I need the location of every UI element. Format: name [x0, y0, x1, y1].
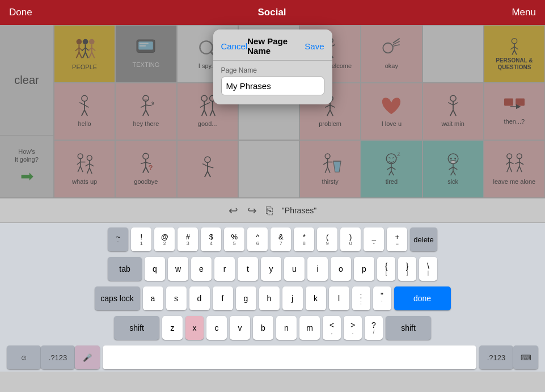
key-g[interactable]: g — [236, 286, 256, 310]
keyboard: ~` !1 @2 #3 $4 %5 ^6 &7 *8 (9 )0 _- += d… — [0, 223, 545, 372]
key-3[interactable]: #3 — [178, 227, 198, 251]
num-key[interactable]: .?123 — [41, 345, 75, 369]
key-0[interactable]: )0 — [340, 227, 361, 251]
key-w[interactable]: w — [168, 257, 188, 281]
redo-button[interactable]: ↪ — [247, 204, 257, 217]
key-q[interactable]: q — [145, 257, 165, 281]
page-name-label: Page Name — [221, 66, 324, 74]
key-n[interactable]: n — [276, 316, 297, 340]
copy-button[interactable]: ⎘ — [266, 204, 273, 217]
key-comma[interactable]: <, — [323, 316, 341, 340]
key-s[interactable]: s — [166, 286, 187, 310]
done-button[interactable]: Done — [9, 7, 32, 18]
key-period[interactable]: >. — [344, 316, 362, 340]
num2-key[interactable]: .?123 — [479, 345, 513, 369]
key-j[interactable]: j — [282, 286, 303, 310]
key-backslash[interactable]: \| — [419, 257, 437, 281]
key-5[interactable]: %5 — [224, 227, 244, 251]
modal-header: Cancel New Page Name Save — [213, 29, 332, 61]
bottom-toolbar: ↩ ↪ ⎘ "Phrases" — [0, 198, 545, 223]
emoji-key[interactable]: ☺ — [7, 345, 41, 369]
key-slash[interactable]: ?/ — [365, 316, 383, 340]
key-z[interactable]: z — [162, 316, 183, 340]
modal-overlay: Cancel New Page Name Save Page Name ✕ — [0, 25, 545, 198]
key-quote[interactable]: "' — [373, 286, 391, 310]
zxcv-row: shift z x c v b n m <, >. ?/ shift — [2, 316, 543, 340]
key-k[interactable]: k — [306, 286, 326, 310]
key-y[interactable]: y — [261, 257, 281, 281]
capslock-key[interactable]: caps lock — [95, 286, 140, 310]
shift-right-key[interactable]: shift — [386, 316, 431, 340]
key-t[interactable]: t — [238, 257, 258, 281]
app-header: Done Social Menu — [0, 0, 545, 25]
mic-key[interactable]: 🎤 — [75, 345, 100, 369]
keyboard-icon-key[interactable]: ⌨ — [513, 345, 538, 369]
key-l[interactable]: l — [329, 286, 349, 310]
key-lbracket[interactable]: {[ — [377, 257, 395, 281]
key-o[interactable]: o — [331, 257, 351, 281]
menu-button[interactable]: Menu — [512, 7, 536, 18]
grid-area: clear How'sit going? ➡ — [0, 25, 545, 198]
key-minus[interactable]: _- — [364, 227, 384, 251]
modal-save-button[interactable]: Save — [305, 41, 324, 51]
done-key[interactable]: done — [394, 286, 451, 310]
space-key[interactable] — [103, 345, 476, 369]
key-equals[interactable]: += — [387, 227, 407, 251]
key-tilde[interactable]: ~` — [108, 227, 128, 251]
asdf-row: caps lock a s d f g h j k l :; "' done — [2, 286, 543, 310]
key-h[interactable]: h — [259, 286, 280, 310]
modal-title: New Page Name — [247, 36, 305, 56]
key-rbracket[interactable]: }] — [398, 257, 416, 281]
key-f[interactable]: f — [213, 286, 233, 310]
key-i[interactable]: i — [307, 257, 328, 281]
page-title: Social — [258, 7, 286, 18]
page-name-input-wrap: ✕ — [221, 77, 324, 95]
key-v[interactable]: v — [230, 316, 250, 340]
key-1[interactable]: !1 — [131, 227, 151, 251]
modal-cancel-button[interactable]: Cancel — [221, 41, 248, 51]
page-name-input[interactable] — [226, 81, 332, 91]
qwerty-row: tab q w e r t y u i o p {[ }] \| — [2, 257, 543, 281]
key-6[interactable]: ^6 — [247, 227, 268, 251]
current-page-label: "Phrases" — [282, 206, 316, 215]
key-r[interactable]: r — [214, 257, 235, 281]
key-8[interactable]: *8 — [294, 227, 314, 251]
key-d[interactable]: d — [189, 286, 210, 310]
rename-modal: Cancel New Page Name Save Page Name ✕ — [213, 29, 332, 104]
delete-key[interactable]: delete — [410, 227, 437, 251]
key-m[interactable]: m — [299, 316, 320, 340]
key-7[interactable]: &7 — [271, 227, 291, 251]
shift-left-key[interactable]: shift — [114, 316, 159, 340]
key-p[interactable]: p — [354, 257, 374, 281]
key-9[interactable]: (9 — [317, 227, 337, 251]
key-b[interactable]: b — [253, 316, 273, 340]
key-2[interactable]: @2 — [154, 227, 175, 251]
key-semicolon[interactable]: :; — [352, 286, 370, 310]
key-x[interactable]: x — [185, 316, 204, 340]
modal-body: Page Name ✕ — [213, 61, 332, 104]
key-4[interactable]: $4 — [201, 227, 221, 251]
symbols-row: ~` !1 @2 #3 $4 %5 ^6 &7 *8 (9 )0 _- += d… — [2, 227, 543, 251]
undo-button[interactable]: ↩ — [229, 204, 238, 217]
keyboard-bottom-row: ☺ .?123 🎤 .?123 ⌨ — [2, 345, 543, 369]
key-e[interactable]: e — [191, 257, 212, 281]
key-u[interactable]: u — [284, 257, 305, 281]
tab-key[interactable]: tab — [108, 257, 142, 281]
key-a[interactable]: a — [143, 286, 163, 310]
key-c[interactable]: c — [206, 316, 227, 340]
